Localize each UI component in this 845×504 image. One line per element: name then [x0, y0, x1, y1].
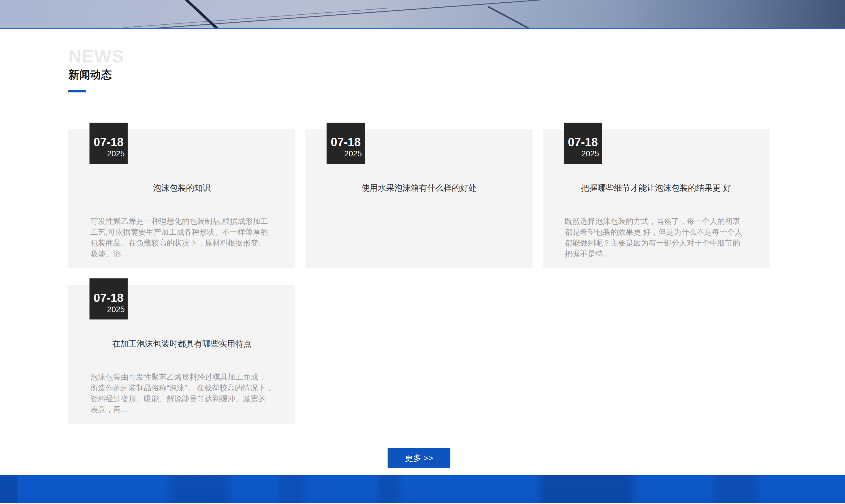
section-title-underline: [68, 90, 86, 92]
news-card[interactable]: 07-18 2025 在加工泡沫包装时都具有哪些实用特点 泡沫包装由可发性聚苯乙…: [68, 285, 295, 424]
hero-banner-image: [0, 0, 845, 29]
date-month-day: 07-18: [89, 136, 128, 148]
section-title-en: NEWS: [68, 46, 770, 67]
date-year: 2025: [327, 150, 365, 158]
date-badge: 07-18 2025: [89, 123, 128, 164]
date-badge: 07-18 2025: [564, 123, 602, 164]
date-year: 2025: [89, 306, 128, 313]
date-badge: 07-18 2025: [327, 123, 365, 164]
news-card-grid: 07-18 2025 泡沫包装的知识 可发性聚乙烯是一种理想化的包装制品,根据成…: [68, 129, 770, 424]
more-button[interactable]: 更多 >>: [388, 448, 450, 468]
news-section: NEWS 新闻动态 07-18 2025 泡沫包装的知识 可发性聚乙烯是一种理想…: [0, 29, 845, 475]
date-month-day: 07-18: [89, 292, 128, 304]
news-card[interactable]: 07-18 2025 泡沫包装的知识 可发性聚乙烯是一种理想化的包装制品,根据成…: [68, 129, 295, 268]
hero-pavement-line: [124, 8, 387, 28]
news-card[interactable]: 07-18 2025 把握哪些细节才能让泡沫包装的结果更 好 既然选择泡沫包装的…: [543, 129, 770, 268]
date-badge: 07-18 2025: [89, 278, 128, 320]
hero-pavement-line: [488, 6, 540, 29]
date-year: 2025: [564, 150, 602, 158]
date-month-day: 07-18: [564, 136, 602, 148]
news-card-excerpt: 泡沫包装由可发性聚苯乙烯质料经过模具加工而成，所造作的封装制品俗称“泡沫”。 在…: [90, 372, 273, 415]
date-year: 2025: [89, 150, 128, 158]
footer-photo-band: [0, 475, 845, 503]
date-month-day: 07-18: [327, 136, 365, 148]
section-title-cn: 新闻动态: [68, 69, 770, 81]
more-button-row: 更多 >>: [68, 448, 770, 468]
news-card[interactable]: 07-18 2025 使用水果泡沫箱有什么样的好处: [305, 129, 532, 268]
news-card-excerpt: 可发性聚乙烯是一种理想化的包装制品,根据成形加工工艺,可依据需要生产加工成各种形…: [90, 216, 273, 259]
news-card-excerpt: 既然选择泡沫包装的方式，当然了，每一个人的初衷都是希望包装的效果更 好，但是为什…: [565, 216, 748, 259]
